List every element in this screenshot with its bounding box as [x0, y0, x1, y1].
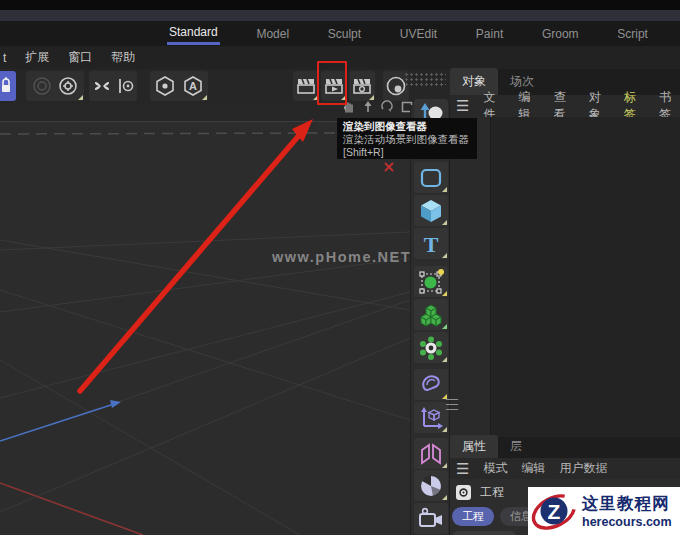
tab-uvedit[interactable]: UVEdit — [398, 24, 439, 44]
attribute-manager-tabs: 属性 层 — [450, 437, 680, 458]
am-menu-mode[interactable]: 模式 — [483, 460, 507, 477]
dolly-arrow-icon[interactable] — [362, 100, 374, 114]
motext-text-icon: T — [418, 231, 444, 257]
viewport[interactable] — [0, 105, 410, 535]
flyout-triangle — [442, 253, 447, 258]
tooltip-shortcut: [Shift+R] — [343, 146, 471, 159]
hamburger-icon[interactable]: ☰ — [456, 464, 469, 474]
tab-model[interactable]: Model — [254, 24, 291, 44]
project-tab-button[interactable]: 工程 — [452, 507, 494, 526]
flyout-triangle — [442, 495, 447, 500]
clipped-button-row — [452, 531, 516, 535]
tab-sculpt[interactable]: Sculpt — [326, 24, 363, 44]
material-group: A — [150, 71, 208, 101]
environment-sphere-icon — [418, 473, 444, 499]
flyout-triangle — [202, 95, 207, 100]
field-gear-icon — [418, 335, 444, 361]
project-object-label: 工程 — [480, 484, 504, 501]
orbit-rotate-icon[interactable] — [380, 100, 394, 114]
tooltip-description: 渲染活动场景到图像查看器 — [343, 133, 471, 146]
annotation-highlight-box — [317, 61, 347, 105]
site-logo-z-icon: Z — [528, 487, 580, 535]
site-logo-title: 这里教程网 — [582, 493, 672, 515]
menu-help[interactable]: 帮助 — [111, 49, 135, 66]
flyout-triangle — [442, 427, 447, 432]
effector-button[interactable] — [414, 266, 448, 297]
environment-button[interactable] — [414, 470, 448, 501]
object-create-toolbar: T — [410, 105, 450, 535]
flyout-triangle — [442, 291, 447, 296]
spline-rectangle-icon — [419, 167, 443, 189]
deformer-icon — [418, 372, 444, 398]
axis-lock-button[interactable] — [0, 71, 16, 101]
panel-grip[interactable] — [404, 72, 446, 87]
instance-axis-button[interactable] — [414, 402, 448, 433]
effector-icon — [417, 268, 445, 296]
render-view-icon — [296, 76, 316, 96]
deformer-button[interactable] — [414, 369, 448, 400]
am-menu-userdata[interactable]: 用户数据 — [559, 460, 607, 477]
panel-splitter-handle[interactable]: ——— — [446, 397, 456, 411]
tab-standard[interactable]: Standard — [167, 22, 220, 45]
project-gear-icon — [456, 485, 471, 500]
field-button[interactable] — [414, 332, 448, 363]
project-object-row[interactable]: 工程 — [456, 484, 504, 501]
object-manager-menubar: ☰ 文件 编辑 查看 对象 标签 书签 — [450, 95, 680, 117]
workspace-tabbar: Standard Model Sculpt UVEdit Paint Groom… — [0, 21, 680, 46]
motext-button[interactable]: T — [414, 228, 448, 259]
site-logo: Z 这里教程网 herecours.com — [528, 487, 680, 535]
snap-settings-icon[interactable] — [57, 75, 79, 97]
instance-axis-icon — [418, 405, 444, 431]
render-tooltip: 渲染到图像查看器 渲染活动场景到图像查看器 [Shift+R] — [337, 118, 477, 159]
tool-options-icon[interactable] — [117, 75, 135, 97]
menu-extensions[interactable]: 扩展 — [25, 49, 49, 66]
render-settings-button[interactable] — [349, 71, 375, 101]
tab-groom[interactable]: Groom — [540, 24, 581, 44]
flyout-triangle — [78, 95, 83, 100]
tab-attributes[interactable]: 属性 — [450, 435, 498, 458]
tab-layers[interactable]: 层 — [498, 435, 534, 458]
flyout-triangle — [442, 220, 447, 225]
mirror-icon[interactable] — [91, 75, 113, 97]
am-menu-edit[interactable]: 编辑 — [521, 460, 545, 477]
flyout-triangle — [442, 463, 447, 468]
hamburger-icon[interactable]: ☰ — [456, 101, 469, 111]
app-window: Standard Model Sculpt UVEdit Paint Groom… — [0, 0, 680, 535]
render-settings-icon — [352, 76, 372, 96]
attribute-manager-menubar: ☰ 模式 编辑 用户数据 — [450, 458, 680, 479]
svg-text:T: T — [424, 232, 439, 257]
symmetry-button[interactable] — [414, 438, 448, 469]
flyout-triangle — [442, 187, 447, 192]
viewport-nav-icons — [342, 98, 418, 116]
menu-partial[interactable]: t — [3, 51, 6, 65]
titlebar — [0, 10, 680, 21]
render-view-button[interactable] — [293, 71, 319, 101]
tab-script[interactable]: Script — [615, 24, 650, 44]
titlebar-outer — [0, 0, 680, 10]
material-hex-icon[interactable] — [153, 74, 177, 98]
array-button[interactable] — [414, 299, 448, 330]
primitive-cube-icon — [418, 198, 444, 224]
svg-text:A: A — [189, 80, 197, 92]
tab-paint[interactable]: Paint — [474, 24, 505, 44]
snapping-group — [26, 71, 84, 101]
snap-disabled-icon[interactable] — [31, 75, 53, 97]
array-cubes-icon — [418, 302, 444, 328]
axis-lock-icon — [0, 76, 13, 96]
symmetry-polygons-icon — [418, 441, 444, 467]
mirror-group — [89, 71, 137, 101]
flyout-triangle — [442, 357, 447, 362]
spline-button[interactable] — [414, 162, 448, 193]
site-logo-url: herecours.com — [582, 515, 672, 529]
flyout-triangle — [442, 324, 447, 329]
object-list[interactable] — [450, 117, 680, 437]
right-panel: 对象 场次 ☰ 文件 编辑 查看 对象 标签 书签 ——— 属性 层 ☰ 模式 … — [450, 69, 680, 535]
camera-button[interactable] — [414, 503, 448, 534]
svg-text:Z: Z — [548, 500, 561, 523]
primitive-cube-button[interactable] — [414, 195, 448, 226]
menu-window[interactable]: 窗口 — [68, 49, 92, 66]
tooltip-title: 渲染到图像查看器 — [343, 120, 471, 133]
object-list-margin — [450, 117, 491, 437]
camera-icon — [418, 507, 444, 531]
